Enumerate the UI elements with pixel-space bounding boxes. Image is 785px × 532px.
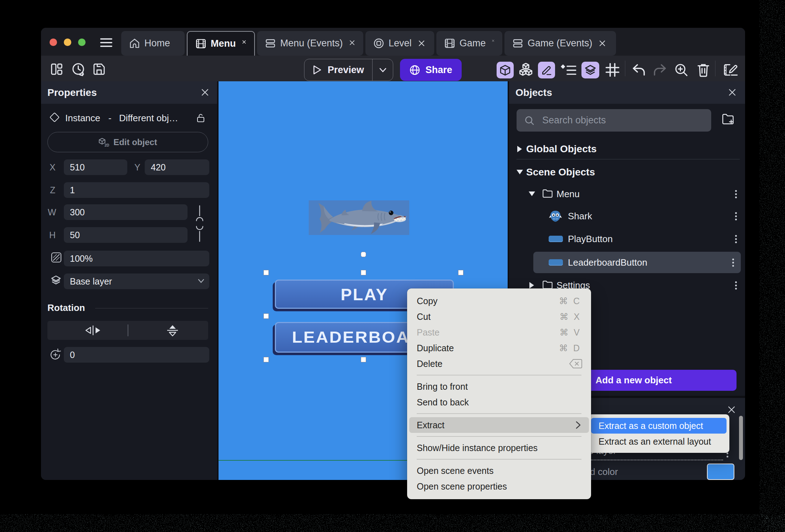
tab-menu-events[interactable]: Menu (Events) [257, 31, 363, 56]
share-button[interactable]: Share [400, 59, 462, 81]
menu-item-duplicate[interactable]: Duplicate ⌘ D [407, 340, 591, 356]
zoom-in-icon[interactable] [673, 62, 689, 78]
flip-horizontal-button[interactable] [84, 325, 102, 336]
menu-item-paste: Paste ⌘ V [407, 324, 591, 340]
preview-dropdown-button[interactable] [372, 59, 393, 81]
selection-handle[interactable] [361, 357, 366, 362]
section-scene-objects[interactable]: Scene Objects [509, 164, 745, 180]
tab-close-icon[interactable] [417, 39, 426, 47]
preview-button-main[interactable]: Preview [304, 59, 372, 81]
object-row-shark[interactable]: Shark [509, 208, 745, 224]
tab-close-icon[interactable] [492, 39, 494, 47]
layer-select[interactable]: Base layer [64, 273, 209, 289]
object-mode-toggle[interactable] [497, 62, 514, 78]
edit-object-button[interactable]: 2D Edit object [47, 132, 208, 152]
row-menu-icon[interactable] [735, 280, 737, 291]
menu-item-copy[interactable]: Copy ⌘ C [407, 293, 591, 309]
collapse-triangle-icon[interactable] [517, 146, 522, 152]
object-row-leaderboardbutton-selected[interactable]: LeaderboardButton [533, 252, 741, 273]
rotate-handle[interactable] [361, 252, 366, 257]
menu-item-extract[interactable]: Extract [409, 417, 589, 433]
globe-icon [409, 65, 420, 76]
object-row-playbutton[interactable]: PlayButton [509, 231, 745, 247]
panels-layout-icon[interactable] [50, 63, 63, 76]
background-color-swatch[interactable] [707, 464, 734, 480]
tab-game-events[interactable]: Game (Events) [504, 31, 616, 56]
scene-icon [195, 38, 206, 49]
layers-scrollbar[interactable] [739, 416, 743, 460]
selection-handle[interactable] [263, 313, 269, 319]
trash-icon[interactable] [696, 62, 710, 78]
x-field[interactable]: 510 [64, 159, 127, 175]
row-menu-icon[interactable] [735, 211, 737, 222]
folder-row-menu[interactable]: Menu [509, 186, 745, 202]
object-label: PlayButton [568, 234, 613, 245]
section-global-objects[interactable]: Global Objects [509, 141, 745, 157]
z-field[interactable]: 1 [64, 182, 209, 198]
instruction-list-icon[interactable] [560, 63, 578, 78]
menu-item-open-scene-properties[interactable]: Open scene properties [407, 479, 591, 494]
tab-game[interactable]: Game [436, 31, 502, 56]
rotation-divider [95, 308, 208, 308]
tab-close-icon[interactable] [242, 40, 247, 48]
preview-button[interactable]: Preview [304, 59, 393, 81]
z-value: 1 [70, 185, 75, 195]
tab-close-icon[interactable] [598, 39, 606, 47]
shark-sprite[interactable] [309, 200, 409, 235]
undo-icon[interactable] [631, 62, 647, 78]
rotation-field[interactable]: 0 [64, 347, 209, 363]
menu-item-delete[interactable]: Delete [407, 356, 591, 372]
grid-icon[interactable] [605, 62, 620, 78]
main-menu-icon[interactable] [100, 38, 112, 47]
menu-item-show-hide-instance-properties[interactable]: Show/Hide instance properties [407, 440, 591, 456]
layers-toggle[interactable] [581, 62, 599, 78]
row-menu-icon[interactable] [735, 234, 737, 245]
save-icon[interactable] [93, 63, 106, 76]
menu-item-bring-to-front[interactable]: Bring to front [407, 379, 591, 394]
opacity-field[interactable]: 100% [64, 251, 209, 266]
row-menu-icon[interactable] [735, 189, 737, 200]
zoom-window-button[interactable] [78, 39, 86, 46]
expand-triangle-icon[interactable] [517, 170, 523, 174]
objects-close-icon[interactable] [728, 88, 737, 97]
selection-handle[interactable] [361, 270, 366, 275]
submenu-item-extract-custom-object[interactable]: Extract as a custom object [591, 418, 727, 434]
search-input[interactable]: Search objects [517, 109, 711, 132]
close-window-button[interactable] [50, 39, 57, 46]
history-icon[interactable] [71, 62, 86, 77]
add-object-label: Add a new object [596, 375, 672, 386]
menu-separator [407, 433, 591, 440]
collapse-triangle-icon[interactable] [529, 282, 534, 288]
redo-icon[interactable] [652, 62, 668, 78]
menu-item-cut[interactable]: Cut ⌘ X [407, 309, 591, 324]
menu-item-send-to-back[interactable]: Send to back [407, 394, 591, 410]
shark-thumbnail [549, 209, 562, 223]
y-field[interactable]: 420 [145, 159, 209, 175]
unlock-icon[interactable] [196, 113, 205, 123]
selection-handle[interactable] [263, 270, 269, 275]
selection-handle[interactable] [263, 357, 269, 362]
traffic-lights [50, 39, 86, 46]
tab-close-icon[interactable] [349, 39, 355, 47]
expand-triangle-icon[interactable] [529, 191, 535, 196]
link-wh-icon[interactable] [194, 205, 205, 242]
tab-menu[interactable]: Menu [187, 31, 255, 56]
add-folder-icon[interactable] [722, 113, 734, 126]
edit-scene-icon[interactable] [723, 62, 739, 78]
edit-mode-toggle[interactable] [538, 62, 555, 78]
flip-vertical-button[interactable] [166, 324, 179, 336]
minimize-window-button[interactable] [64, 39, 71, 46]
submenu-item-extract-external-layout[interactable]: Extract as an external layout [591, 434, 727, 449]
cube-icon [499, 64, 511, 76]
tab-level[interactable]: Level [365, 31, 434, 56]
menu-item-open-scene-events[interactable]: Open scene events [407, 463, 591, 479]
row-menu-icon[interactable] [732, 257, 734, 268]
events-icon [512, 38, 523, 49]
tab-home[interactable]: Home [121, 31, 185, 56]
layers-close-icon[interactable] [727, 405, 736, 414]
properties-close-icon[interactable] [201, 88, 209, 97]
h-field[interactable]: 50 [64, 227, 188, 243]
selection-handle[interactable] [458, 270, 463, 275]
w-field[interactable]: 300 [64, 204, 188, 220]
blocks-icon[interactable] [517, 61, 535, 80]
